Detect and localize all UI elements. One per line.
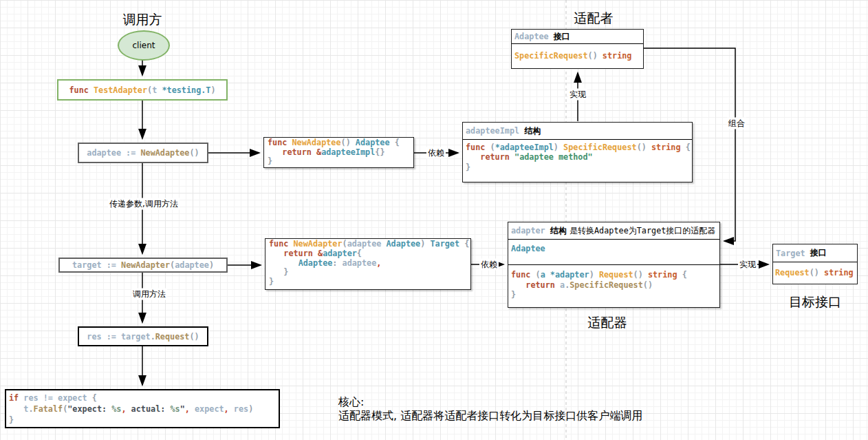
- edge-label-depend-2: 依赖: [479, 259, 499, 271]
- core-note-body: 适配器模式, 适配器将适配者接口转化为目标接口供客户端调用: [338, 409, 642, 423]
- target-stmt-code: target := NewAdapter(adaptee): [72, 260, 214, 270]
- res-stmt-code: res := target.Request(): [87, 332, 199, 342]
- edge-label-call-method: 调用方法: [131, 289, 167, 300]
- diagram-canvas: 调用方 适配者 client func TestAdapter(t *testi…: [0, 0, 868, 440]
- target-interface-header: Target 接口: [773, 244, 857, 262]
- edge-label-realize-1: 实现: [568, 89, 587, 101]
- target-stmt-box: target := NewAdapter(adaptee): [58, 258, 228, 273]
- edge-label-compose: 组合: [727, 118, 746, 129]
- target-interface-body: Request() string: [773, 262, 857, 277]
- core-note: 核心: 适配器模式, 适配器将适配者接口转化为目标接口供客户端调用: [338, 395, 642, 423]
- adaptee-stmt-code: adaptee := NewAdaptee(): [87, 148, 199, 158]
- res-stmt-box: res := target.Request(): [78, 326, 208, 346]
- target-caption: 目标接口: [774, 293, 856, 311]
- edge-label-realize-2: 实现: [738, 259, 757, 271]
- adapter-field-section: Adaptee: [508, 240, 719, 265]
- edge-label-pass-call: 传递参数,调用方法: [108, 198, 180, 210]
- adapter-struct-header: adapter 结构 是转换Adaptee为Target接口的适配器: [508, 222, 719, 240]
- client-node: client: [118, 30, 170, 61]
- client-label: client: [133, 41, 155, 50]
- if-block-box: if res != expect { t.Fatalf("expect: %s,…: [5, 389, 280, 428]
- test-adapter-code: func TestAdapter(t *testing.T): [69, 85, 215, 95]
- test-adapter-box: func TestAdapter(t *testing.T): [57, 79, 228, 101]
- adaptee-impl-header: adapteeImpl 结构: [463, 123, 692, 140]
- adaptee-stmt-box: adaptee := NewAdaptee(): [78, 143, 208, 163]
- caller-title: 调用方: [101, 11, 184, 29]
- target-interface-box: Target 接口 Request() string: [772, 244, 858, 284]
- connector-layer: [0, 0, 868, 440]
- adaptee-interface-box: Adaptee 接口 SpecificRequest() string: [511, 29, 644, 69]
- adapter-struct-box: adapter 结构 是转换Adaptee为Target接口的适配器 Adapt…: [508, 222, 720, 308]
- core-note-heading: 核心:: [338, 395, 642, 409]
- new-adaptee-func-box: func NewAdaptee() Adaptee { return &adap…: [263, 137, 414, 168]
- edge-label-depend-1: 依赖: [426, 147, 446, 159]
- new-adapter-func-box: func NewAdapter(adaptee Adaptee) Target …: [265, 238, 471, 290]
- adaptee-impl-struct-box: adapteeImpl 结构 func (*adapteeImpl) Speci…: [462, 122, 693, 182]
- adaptee-side-title: 适配者: [552, 10, 635, 28]
- adaptee-impl-body: func (*adapteeImpl) SpecificRequest() st…: [463, 140, 692, 172]
- adaptee-interface-body: SpecificRequest() string: [512, 44, 643, 61]
- adapter-caption: 适配器: [566, 314, 649, 332]
- adaptee-interface-header: Adaptee 接口: [512, 30, 643, 44]
- adapter-method-body: func (a *adapter) Request() string { ret…: [508, 265, 719, 300]
